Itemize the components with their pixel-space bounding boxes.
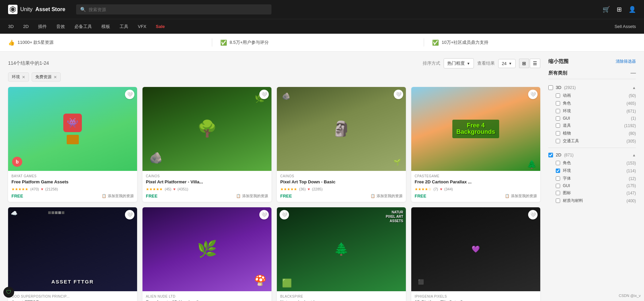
card-3-add[interactable]: 📋 添加至我的资源	[371, 193, 402, 199]
sub-cat-env-2d[interactable]: 环境 (114)	[556, 167, 636, 175]
product-card-7[interactable]: 🌲 🟩 NATURPIXEL ARTASSETS 🤍 BLACKSPIRE Na…	[277, 207, 406, 301]
filter-tag-free[interactable]: 免费资源 ✕	[32, 72, 61, 82]
card-4-heart[interactable]: 🤍	[528, 90, 538, 99]
nav-audio[interactable]: 音效	[56, 24, 65, 30]
sub-cat-env-3d[interactable]: 环境 (671)	[556, 107, 636, 115]
card-3-rating: ★★★★★ (36) ♥ (2285)	[280, 187, 402, 191]
checkbox-char-2d[interactable]	[556, 161, 560, 165]
sub-cat-icon-2d[interactable]: 图标 (147)	[556, 189, 636, 197]
nav-plugins[interactable]: 插件	[38, 24, 47, 30]
all-categories-minus[interactable]: —	[631, 70, 636, 76]
search-input[interactable]	[89, 7, 267, 12]
nav-3d[interactable]: 3D	[8, 24, 14, 29]
product-card-8[interactable]: 💜 ⬛ 🔮 🤍 IPHIGENIA PIXELS 2D Platfrom Til…	[411, 207, 540, 301]
card-1-add[interactable]: 📋 添加至我的资源	[102, 193, 134, 199]
cart-icon[interactable]: 🛒	[603, 6, 610, 13]
nav-templates[interactable]: 模板	[101, 24, 110, 30]
sub-cat-gui-2d[interactable]: GUI (175)	[556, 182, 636, 189]
csdn-label: CSDN @ix_v	[619, 294, 641, 298]
remove-environment-icon: ✕	[22, 75, 25, 80]
card-4-add[interactable]: 📋 添加至我的资源	[505, 193, 537, 199]
card-1-footer: FREE 📋 添加至我的资源	[11, 193, 134, 199]
checkbox-material-2d[interactable]	[556, 199, 560, 203]
sub-cat-vehicles[interactable]: 交通工具 (305)	[556, 137, 636, 145]
product-card-3[interactable]: 🗿 🪨 🌱 🤍 CAINOS Pixel Art Top Down - Basi…	[277, 87, 406, 202]
nav-sell[interactable]: Sell Assets	[614, 24, 636, 29]
sub-cat-vehicles-count: (305)	[626, 139, 636, 144]
sub-cat-icon-2d-name: 图标	[563, 190, 571, 196]
product-card-5[interactable]: ☁️ ASSET FTTGR 🤍 OOO S	[8, 207, 137, 301]
product-card-6[interactable]: 🌿 🍄 🤍 ALIEN NUDE LTD Free Asset - 2D Han…	[142, 207, 271, 301]
search-icon: 🔍	[80, 7, 86, 12]
checkbox-2d[interactable]	[548, 153, 553, 157]
checkbox-plants[interactable]	[556, 131, 560, 136]
nav-vfx[interactable]: VFX	[138, 24, 146, 29]
category-3d: 3D (2921) ▲ 动画 (50) 角色 (465)	[548, 83, 636, 145]
category-3d-header[interactable]: 3D (2921) ▲	[548, 83, 636, 92]
sort-dropdown[interactable]: 热门程度 ▼	[444, 58, 474, 68]
checkbox-env-3d[interactable]	[556, 109, 560, 113]
sub-cat-material-2d[interactable]: 材质与材料 (400)	[556, 197, 636, 205]
sub-cat-props[interactable]: 道具 (1192)	[556, 122, 636, 129]
nav-2d[interactable]: 2D	[23, 24, 29, 29]
sub-cat-plants[interactable]: 植物 (80)	[556, 129, 636, 137]
nav-sale[interactable]: Sale	[156, 24, 165, 29]
user-icon[interactable]: 👤	[629, 6, 636, 13]
product-card-2[interactable]: 🌳 🪨 🌿 🤍 CAINOS Pixel Art Platformer - Vi…	[142, 87, 271, 202]
checkbox-icon-2d[interactable]	[556, 191, 560, 195]
card-6-heart[interactable]: 🤍	[259, 210, 269, 219]
nav-essentials[interactable]: 必备工具	[74, 24, 92, 30]
card-7-heart[interactable]: 🤍	[280, 210, 289, 219]
checkbox-vehicles[interactable]	[556, 139, 560, 143]
sub-cat-character-3d[interactable]: 角色 (465)	[556, 99, 636, 107]
card-8-body: IPHIGENIA PIXELS 2D Platfrom Tile Set - …	[411, 291, 540, 301]
category-2d-header[interactable]: 2D (871) ▲	[548, 151, 636, 159]
card-8-heart[interactable]: 🤍	[528, 210, 538, 219]
card-1-heart[interactable]: 🤍	[125, 90, 134, 99]
checkbox-env-2d[interactable]	[556, 169, 560, 173]
product-card-4[interactable]: Free 4Backgrounds 🌲 🤍 CPASTEGAME Free 2D…	[411, 87, 540, 202]
sub-cat-gui-3d[interactable]: GUI (1)	[556, 115, 636, 122]
sub-cat-env-3d-count: (671)	[626, 109, 636, 114]
watermark: 🛡	[3, 287, 14, 298]
product-grid: 👾 b 🤍 BAYAT GAMES Free Platform Game Ass…	[8, 87, 540, 202]
grid-icon[interactable]: ⊞	[617, 6, 622, 13]
sub-cat-animation[interactable]: 动画 (50)	[556, 92, 636, 99]
logo[interactable]: Unity Asset Store	[8, 5, 65, 14]
content-area: 114个结果中的1-24 排序方式 热门程度 ▼ 查看结果 24 ▼ ⊞ ☰	[8, 58, 540, 301]
sub-cat-env-2d-count: (114)	[626, 169, 636, 173]
sub-cat-char-2d[interactable]: 角色 (153)	[556, 159, 636, 167]
filter-tag-environment[interactable]: 环境 ✕	[8, 72, 29, 82]
grid-view-btn[interactable]: ⊞	[519, 59, 529, 68]
per-page-select[interactable]: 24 ▼	[498, 59, 516, 68]
sub-cat-font-2d[interactable]: 字体 (12)	[556, 175, 636, 182]
checkbox-gui-2d[interactable]	[556, 184, 560, 188]
all-categories-label: 所有类别	[548, 70, 567, 76]
card-8-title: 2D Platfrom Tile Set - Cave	[415, 300, 537, 301]
logo-asset-store: Asset Store	[35, 6, 65, 12]
card-5-heart[interactable]: 🤍	[125, 210, 134, 219]
list-view-btn[interactable]: ☰	[530, 59, 540, 68]
sub-cat-material-2d-name: 材质与材料	[563, 198, 583, 204]
checkbox-animation[interactable]	[556, 93, 560, 98]
sidebar-header: 缩小范围 清除筛选器	[548, 58, 636, 65]
category-3d-name: 3D	[556, 85, 561, 90]
checkbox-props[interactable]	[556, 123, 560, 128]
clear-filters-button[interactable]: 清除筛选器	[616, 59, 636, 64]
header: Unity Asset Store 🔍 🛒 ⊞ 👤	[0, 0, 644, 19]
checkbox-character-3d[interactable]	[556, 101, 560, 106]
card-2-heart[interactable]: 🤍	[259, 90, 269, 99]
checkbox-3d[interactable]	[548, 85, 553, 90]
card-3-heart[interactable]: 🤍	[394, 90, 403, 99]
card-1-hearts: (21258)	[45, 187, 58, 191]
card-5-publisher: OOO SUPERPOSITION PRINCIP...	[11, 295, 134, 298]
card-2-add[interactable]: 📋 添加至我的资源	[236, 193, 268, 199]
nav-tools[interactable]: 工具	[120, 24, 128, 30]
sub-cat-plants-name: 植物	[563, 130, 571, 136]
logo-icon	[8, 5, 18, 14]
checkbox-font-2d[interactable]	[556, 176, 560, 181]
checkbox-gui-3d[interactable]	[556, 116, 560, 121]
sort-controls: 排序方式 热门程度 ▼ 查看结果 24 ▼ ⊞ ☰	[423, 58, 540, 68]
sub-categories-3d: 动画 (50) 角色 (465) 环境 (671) GUI (1)	[548, 92, 636, 145]
product-card-1[interactable]: 👾 b 🤍 BAYAT GAMES Free Platform Game Ass…	[8, 87, 137, 202]
